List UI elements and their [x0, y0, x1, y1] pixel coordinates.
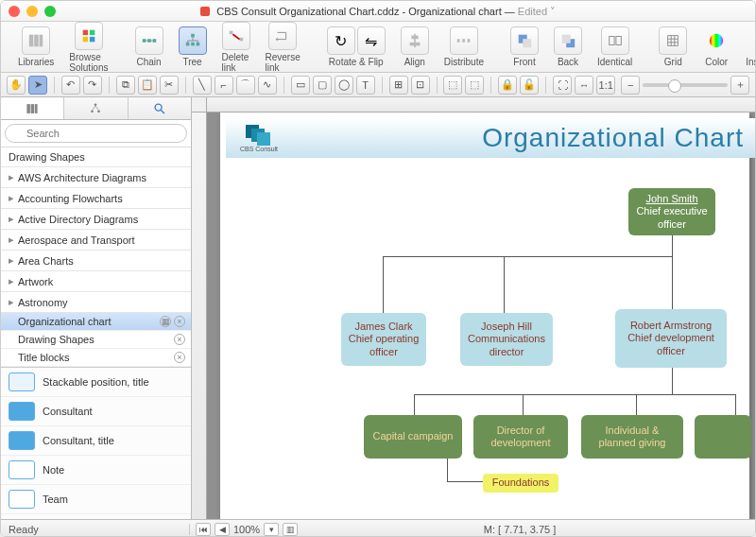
roundrect-tool[interactable]: ▢	[313, 76, 332, 95]
snap-grid-icon[interactable]: ⊞	[389, 76, 408, 95]
text-tool[interactable]: T	[356, 76, 375, 95]
svg-rect-20	[229, 30, 232, 34]
org-node-capital[interactable]: Capital campaign	[364, 415, 462, 459]
svg-rect-28	[467, 39, 470, 43]
reverse-link-button[interactable]	[268, 22, 297, 50]
svg-rect-34	[616, 37, 621, 45]
color-button[interactable]	[702, 26, 730, 55]
undo-icon[interactable]: ↶	[61, 76, 80, 95]
library-item[interactable]: Note	[1, 456, 191, 485]
delete-link-button[interactable]	[222, 22, 250, 50]
spline-tool[interactable]: ∿	[258, 76, 277, 95]
svg-rect-26	[457, 39, 460, 43]
org-node-ceo[interactable]: John SmithChief executive officer	[628, 188, 715, 235]
library-item[interactable]: Team	[1, 485, 191, 514]
close-window[interactable]	[9, 6, 20, 17]
search-input[interactable]	[5, 124, 187, 143]
library-item[interactable]: Consultant	[1, 397, 191, 426]
line-tool[interactable]: ╲	[193, 76, 212, 95]
distribute-button[interactable]	[450, 26, 478, 55]
close-icon[interactable]: ×	[174, 352, 185, 363]
lock-icon[interactable]: 🔒	[498, 76, 517, 95]
page-first-icon[interactable]: ⏮	[196, 523, 211, 536]
library-item[interactable]: Direct connector	[1, 514, 191, 519]
svg-rect-4	[90, 29, 94, 34]
arc-tool[interactable]: ⌒	[236, 76, 255, 95]
org-node-partial[interactable]	[695, 415, 751, 459]
sidebar-sub-orgchart[interactable]: Organizational chart▦×	[1, 313, 191, 331]
close-icon[interactable]: ×	[174, 316, 185, 327]
back-button[interactable]	[554, 26, 582, 55]
sidebar-section[interactable]: ▸Artwork	[1, 271, 191, 292]
hand-tool[interactable]: ✋	[7, 76, 26, 95]
preview-icon[interactable]: ▦	[160, 316, 171, 327]
zoom-out-icon[interactable]: −	[621, 76, 640, 95]
connector-tool[interactable]: ⌐	[215, 76, 233, 95]
horizontal-ruler[interactable]	[207, 97, 755, 113]
zoom-in-icon[interactable]: ＋	[730, 76, 749, 95]
paste-icon[interactable]: 📋	[138, 76, 157, 95]
page-prev-icon[interactable]: ◀	[215, 523, 230, 536]
org-node-coo[interactable]: James ClarkChief operating officer	[341, 313, 426, 366]
cbs-logo: CBS Consult	[237, 125, 281, 152]
tree-button[interactable]	[179, 26, 207, 55]
sidebar-section[interactable]: ▸AWS Architecture Diagrams	[1, 167, 191, 188]
sidebar-tabs	[1, 97, 191, 120]
svg-rect-21	[239, 37, 243, 41]
sidebar-section[interactable]: ▸Area Charts	[1, 251, 191, 271]
page-split-icon[interactable]: ▥	[283, 523, 298, 536]
fit-width-icon[interactable]: ↔	[575, 76, 593, 95]
org-node-dod[interactable]: Director of development	[473, 415, 568, 459]
sidebar-section[interactable]: Drawing Shapes	[1, 147, 191, 167]
sidebar-section[interactable]: ▸Aerospace and Transport	[1, 230, 191, 251]
flip-button[interactable]: ⇋	[357, 26, 386, 55]
align-button[interactable]	[401, 26, 429, 55]
front-button[interactable]	[510, 26, 539, 55]
sidebar-tab-search[interactable]	[129, 97, 191, 119]
rect-tool[interactable]: ▭	[291, 76, 310, 95]
grid-button[interactable]	[659, 26, 687, 55]
ellipse-tool[interactable]: ◯	[335, 76, 353, 95]
library-item[interactable]: Stackable position, title	[1, 368, 191, 397]
fit-page-icon[interactable]: ⛶	[553, 76, 572, 95]
close-icon[interactable]: ×	[174, 334, 185, 345]
copy-icon[interactable]: ⧉	[116, 76, 135, 95]
minimize-window[interactable]	[26, 6, 38, 17]
unlock-icon[interactable]: 🔓	[520, 76, 539, 95]
redo-icon[interactable]: ↷	[83, 76, 102, 95]
snap-guides-icon[interactable]: ⊡	[411, 76, 430, 95]
org-node-foundations[interactable]: Foundations	[483, 474, 558, 493]
sidebar-section[interactable]: ▸Active Directory Diagrams	[1, 209, 191, 230]
sidebar-section[interactable]: ▸Accounting Flowcharts	[1, 188, 191, 209]
zoom-window[interactable]	[44, 6, 56, 17]
org-node-cdo[interactable]: Robert ArmstrongChief development office…	[615, 309, 727, 368]
zoom-dropdown-icon[interactable]: ▾	[264, 523, 279, 536]
sidebar-section[interactable]: ▸Astronomy	[1, 292, 191, 313]
org-node-ipg[interactable]: Individual & planned giving	[581, 415, 683, 459]
sidebar-tab-tree[interactable]	[64, 97, 128, 119]
vertical-ruler[interactable]	[192, 113, 207, 519]
svg-rect-25	[409, 43, 420, 46]
rotate-button[interactable]: ↻	[327, 26, 355, 55]
zoom-value[interactable]: 100%	[233, 524, 260, 535]
actual-size-icon[interactable]: 1:1	[596, 76, 615, 95]
ungroup-icon[interactable]: ⬚	[465, 76, 484, 95]
org-node-comm[interactable]: Joseph HillCommunications director	[460, 313, 553, 366]
svg-rect-5	[83, 36, 88, 41]
identical-button[interactable]	[601, 26, 629, 55]
cut-icon[interactable]: ✂	[160, 76, 179, 95]
pointer-tool[interactable]: ➤	[28, 76, 47, 95]
chain-button[interactable]	[135, 26, 163, 55]
doc-icon	[200, 7, 210, 16]
sidebar-sub-drawing[interactable]: Drawing Shapes×	[1, 331, 191, 349]
libraries-button[interactable]	[22, 26, 50, 55]
sidebar-tab-libraries[interactable]	[1, 97, 64, 119]
library-item[interactable]: Consultant, title	[1, 426, 191, 456]
sidebar-sub-title[interactable]: Title blocks×	[1, 349, 191, 367]
group-icon[interactable]: ⬚	[443, 76, 462, 95]
svg-line-47	[161, 110, 164, 113]
zoom-slider[interactable]	[643, 83, 728, 87]
page: CBS Consult Organizational Chart	[220, 113, 749, 519]
browse-solutions-button[interactable]	[75, 22, 103, 50]
drawing-canvas[interactable]: CBS Consult Organizational Chart	[207, 113, 755, 519]
